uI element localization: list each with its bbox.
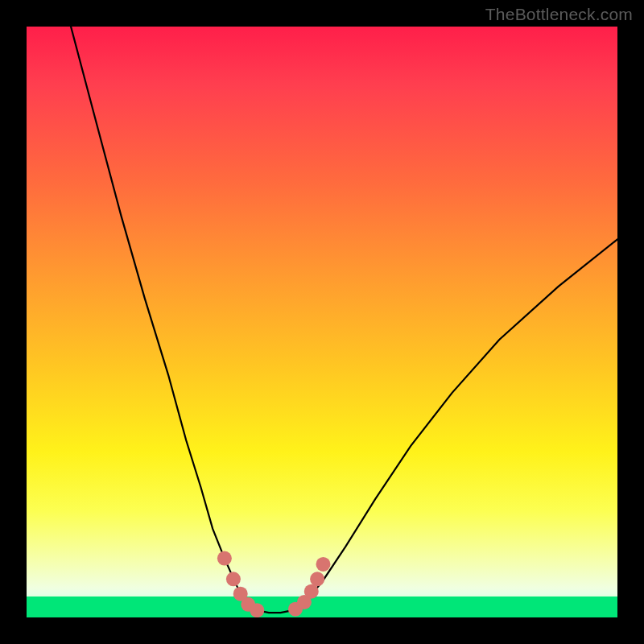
valley-marker bbox=[217, 551, 232, 566]
plot-area bbox=[27, 27, 617, 617]
curve-right-branch bbox=[304, 239, 617, 602]
attribution-text: TheBottleneck.com bbox=[485, 5, 633, 24]
valley-marker bbox=[316, 557, 330, 572]
valley-marker bbox=[304, 584, 319, 599]
chart-frame: TheBottleneck.com bbox=[0, 0, 644, 644]
chart-svg bbox=[27, 27, 617, 617]
curve-left-branch bbox=[71, 27, 246, 603]
valley-marker bbox=[250, 603, 264, 617]
valley-marker bbox=[226, 572, 241, 586]
bottleneck-curve bbox=[71, 27, 617, 613]
valley-marker bbox=[310, 572, 324, 586]
valley-markers-group bbox=[217, 551, 331, 617]
